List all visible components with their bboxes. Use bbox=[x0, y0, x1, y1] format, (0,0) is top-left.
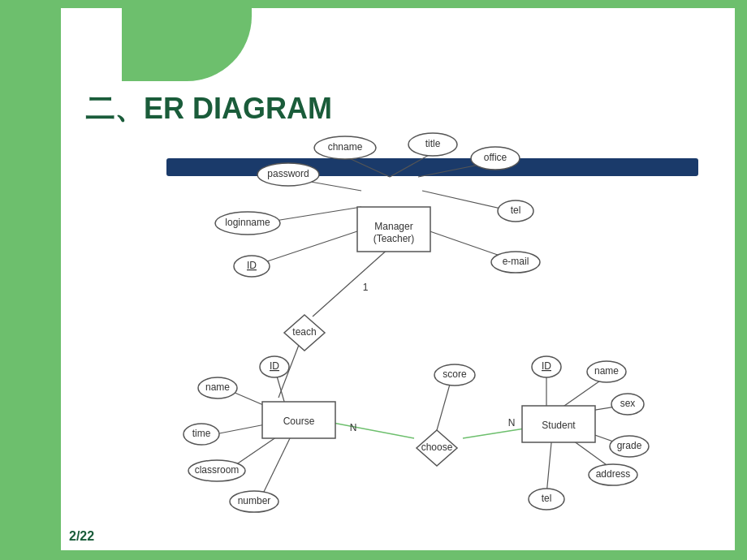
slide-title: 二、ER DIAGRAM bbox=[85, 89, 332, 129]
svg-text:teach: teach bbox=[292, 326, 316, 338]
svg-text:title: title bbox=[425, 138, 441, 149]
svg-text:chname: chname bbox=[328, 141, 363, 153]
svg-text:address: address bbox=[596, 468, 631, 480]
svg-text:name: name bbox=[205, 381, 230, 393]
svg-text:N: N bbox=[508, 417, 516, 429]
svg-text:tel: tel bbox=[542, 493, 552, 504]
svg-text:(Teacher): (Teacher) bbox=[374, 233, 415, 244]
svg-text:loginname: loginname bbox=[225, 217, 270, 228]
svg-text:e-mail: e-mail bbox=[503, 256, 529, 267]
svg-line-0 bbox=[349, 158, 390, 177]
svg-line-6 bbox=[260, 227, 369, 264]
svg-line-1 bbox=[390, 154, 430, 177]
green-side-bar bbox=[0, 0, 61, 560]
green-corner-decoration bbox=[122, 8, 252, 81]
slide-number: 2/22 bbox=[69, 529, 94, 544]
svg-text:grade: grade bbox=[617, 440, 642, 451]
svg-text:time: time bbox=[192, 428, 211, 439]
svg-text:classroom: classroom bbox=[195, 464, 240, 476]
svg-text:1: 1 bbox=[363, 282, 369, 293]
svg-text:score: score bbox=[443, 368, 467, 380]
svg-text:Manager: Manager bbox=[374, 221, 412, 232]
svg-line-27 bbox=[546, 434, 552, 495]
svg-text:sex: sex bbox=[620, 398, 636, 409]
svg-line-8 bbox=[313, 248, 390, 317]
svg-text:office: office bbox=[484, 152, 507, 163]
svg-text:password: password bbox=[267, 168, 309, 179]
svg-text:number: number bbox=[238, 495, 271, 506]
svg-text:Student: Student bbox=[542, 420, 576, 431]
svg-text:ID: ID bbox=[247, 260, 257, 271]
svg-text:Course: Course bbox=[283, 416, 315, 427]
svg-text:ID: ID bbox=[270, 360, 279, 372]
svg-text:name: name bbox=[594, 365, 619, 377]
slide-container: 二、ER DIAGRAM 1 N N N bbox=[61, 8, 735, 550]
svg-line-12 bbox=[329, 422, 414, 438]
svg-line-16 bbox=[437, 381, 451, 430]
svg-text:tel: tel bbox=[511, 205, 521, 216]
svg-text:choose: choose bbox=[421, 442, 453, 453]
svg-text:ID: ID bbox=[542, 360, 551, 372]
er-diagram: 1 N N N bbox=[142, 130, 719, 544]
svg-text:N: N bbox=[350, 422, 357, 433]
svg-line-21 bbox=[262, 437, 291, 495]
